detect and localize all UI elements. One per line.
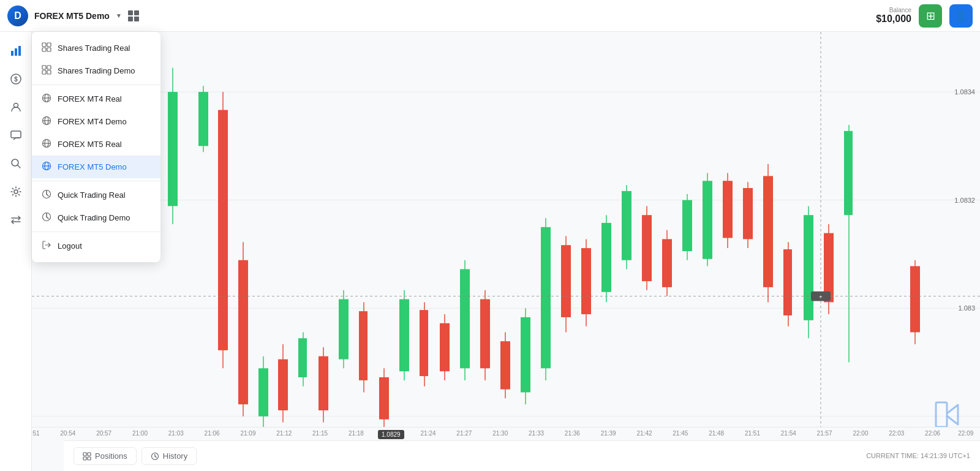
header: D FOREX MT5 Demo ▼ Balance $10,000 ⊞ 👤 <box>0 0 980 32</box>
chart-area: + 1.0834 1.0832 1.083 1.0829 Positions <box>32 32 980 471</box>
menu-item-forex-mt4-real[interactable]: FOREX MT4 Real <box>32 88 160 110</box>
header-right: Balance $10,000 ⊞ 👤 <box>876 4 973 28</box>
time-label-2: 20:57 <box>96 430 111 437</box>
menu-item-shares-real[interactable]: Shares Trading Real <box>32 37 160 59</box>
time-label-5: 21:06 <box>205 430 220 437</box>
user-button[interactable]: 👤 <box>949 4 973 28</box>
svg-rect-89 <box>662 239 672 287</box>
chart-canvas: + 1.0834 1.0832 1.083 <box>32 32 980 440</box>
svg-line-8 <box>18 165 20 168</box>
svg-rect-6 <box>11 131 21 138</box>
svg-rect-41 <box>168 92 178 206</box>
screen-button[interactable]: ⊞ <box>919 4 942 28</box>
svg-rect-43 <box>198 92 208 146</box>
svg-rect-61 <box>379 377 389 420</box>
time-label-25: 22:06 <box>925 430 940 437</box>
candlestick-chart[interactable]: + <box>32 32 980 440</box>
menu-label-logout: Logout <box>58 241 82 251</box>
svg-rect-75 <box>521 317 530 393</box>
sidebar-item-settings[interactable] <box>4 179 28 204</box>
svg-rect-109 <box>910 266 920 333</box>
menu-item-forex-mt5-demo[interactable]: FOREX MT5 Demo <box>32 156 160 178</box>
svg-rect-67 <box>440 323 450 371</box>
time-label-17: 21:42 <box>636 430 652 437</box>
svg-rect-51 <box>278 360 288 410</box>
bottom-bar: Positions History CURRENT TIME: 14:21:39… <box>64 440 980 471</box>
svg-rect-63 <box>399 299 409 371</box>
menu-divider-1 <box>32 85 160 85</box>
logo-letter: D <box>14 10 21 21</box>
positions-label: Positions <box>95 451 127 461</box>
svg-rect-101 <box>783 249 792 315</box>
logout-icon <box>42 240 51 252</box>
positions-icon <box>83 452 91 461</box>
svg-line-32 <box>47 194 48 196</box>
time-label-26: 22:09 <box>958 430 973 437</box>
svg-rect-116 <box>88 453 91 456</box>
forex-mt4-demo-icon <box>42 116 51 127</box>
menu-item-forex-mt5-real[interactable]: FOREX MT5 Real <box>32 133 160 156</box>
sidebar-item-search[interactable] <box>4 151 28 176</box>
time-label-18: 21:45 <box>673 430 688 437</box>
grid-icon[interactable] <box>128 10 139 21</box>
svg-line-121 <box>155 456 157 458</box>
time-label-4: 21:03 <box>168 430 184 437</box>
time-label-14: 21:33 <box>529 430 544 437</box>
forex-mt4-real-icon <box>42 93 51 105</box>
menu-item-logout[interactable]: Logout <box>32 235 160 257</box>
balance-block: Balance $10,000 <box>876 7 911 24</box>
forex-mt5-real-icon <box>42 138 51 150</box>
svg-rect-95 <box>723 181 733 238</box>
svg-rect-59 <box>359 311 368 380</box>
time-label-22: 21:57 <box>817 430 832 437</box>
svg-rect-81 <box>581 248 591 314</box>
time-label-15: 21:36 <box>565 430 580 437</box>
time-label-12: 21:27 <box>456 430 472 437</box>
sidebar-item-trade[interactable]: $ <box>4 67 28 91</box>
svg-rect-103 <box>804 215 813 320</box>
svg-text:+: + <box>819 293 823 300</box>
svg-rect-99 <box>763 176 773 287</box>
menu-item-shares-demo[interactable]: Shares Trading Demo <box>32 59 160 82</box>
price-label-3: 1.083 <box>958 304 975 312</box>
time-label-24: 22:03 <box>889 430 904 437</box>
shares-real-icon <box>42 42 51 54</box>
time-label-9: 21:18 <box>349 430 364 437</box>
menu-label-quick-real: Quick Trading Real <box>58 190 126 200</box>
svg-rect-77 <box>541 227 551 369</box>
history-tab[interactable]: History <box>141 447 197 465</box>
dropdown-arrow-icon[interactable]: ▼ <box>116 12 122 19</box>
time-label-7: 21:12 <box>276 430 292 437</box>
svg-text:$: $ <box>14 76 18 83</box>
svg-point-7 <box>12 159 18 166</box>
sidebar-item-chat[interactable] <box>4 123 28 148</box>
svg-rect-14 <box>42 66 46 69</box>
menu-divider-2 <box>32 181 160 181</box>
sidebar-item-chart[interactable] <box>4 39 28 63</box>
positions-tab[interactable]: Positions <box>74 447 137 465</box>
svg-rect-71 <box>480 299 490 368</box>
svg-rect-118 <box>88 457 91 460</box>
logo: D <box>7 6 28 26</box>
time-label-0: 20:51 <box>32 430 40 437</box>
svg-line-35 <box>47 217 48 219</box>
sidebar-item-transfer[interactable] <box>4 208 28 232</box>
menu-item-forex-mt4-demo[interactable]: FOREX MT4 Demo <box>32 110 160 133</box>
svg-rect-55 <box>318 356 328 410</box>
menu-label-forex-mt4-real: FOREX MT4 Real <box>58 94 122 104</box>
svg-rect-16 <box>42 70 46 74</box>
menu-label-shares-real: Shares Trading Real <box>58 43 130 53</box>
svg-rect-73 <box>500 341 510 389</box>
price-label-1: 1.0834 <box>954 88 975 96</box>
svg-rect-45 <box>218 110 228 350</box>
svg-rect-115 <box>83 453 86 456</box>
menu-item-quick-real[interactable]: Quick Trading Real <box>32 184 160 206</box>
sidebar-item-account[interactable] <box>4 95 28 119</box>
svg-rect-93 <box>703 181 712 259</box>
svg-rect-12 <box>42 48 46 51</box>
time-label-11: 21:24 <box>421 430 436 437</box>
menu-item-quick-demo[interactable]: Quick Trading Demo <box>32 206 160 229</box>
time-label-23: 22:00 <box>853 430 868 437</box>
time-labels-bar: .tlabel { position:absolute; font-size:1… <box>32 427 980 440</box>
svg-rect-97 <box>743 188 753 239</box>
